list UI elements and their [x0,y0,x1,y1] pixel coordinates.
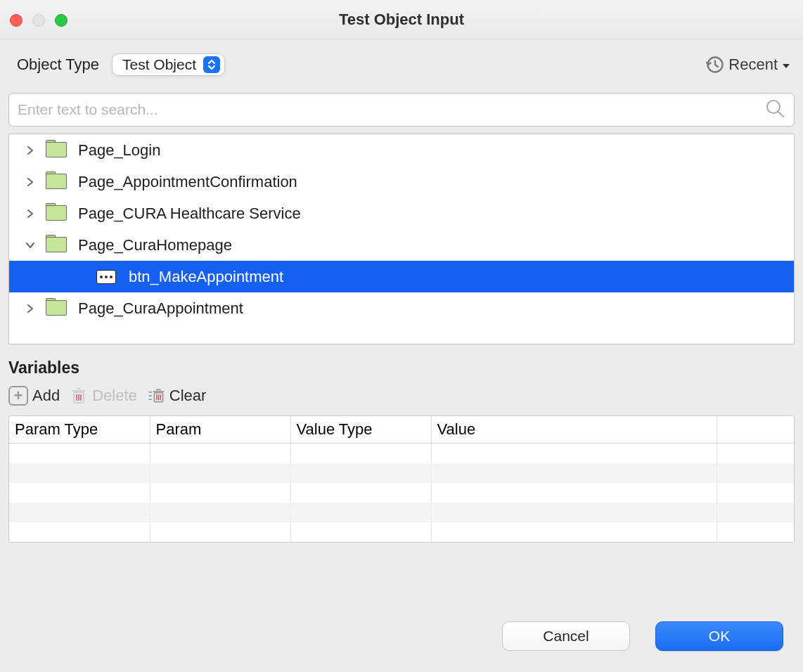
delete-button[interactable]: Delete [70,387,137,405]
titlebar: Test Object Input [0,0,803,39]
column-header[interactable]: Value [431,416,717,444]
ok-button[interactable]: OK [655,621,783,651]
object-type-select[interactable]: Test Object [112,53,225,76]
close-window-button[interactable] [10,14,23,27]
caret-down-icon [782,56,790,74]
object-type-label: Object Type [17,56,99,74]
clear-button[interactable]: Clear [147,387,207,405]
chevron-right-icon[interactable] [23,177,37,187]
chevron-right-icon[interactable] [23,209,37,219]
maximize-window-button[interactable] [55,14,68,27]
tree-item-label: Page_Login [78,141,160,160]
search-input[interactable] [18,101,764,118]
variables-heading: Variables [8,358,795,377]
trash-icon [70,387,88,405]
column-header[interactable]: Param [150,416,290,444]
folder-icon [46,142,71,159]
recent-dropdown[interactable]: Recent [705,55,790,75]
toolbar: Object Type Test Object Recent [0,39,803,93]
variables-table: Param TypeParamValue TypeValue [8,415,795,543]
folder-icon [46,205,71,222]
object-type-value: Test Object [122,56,196,73]
traffic-lights [10,14,68,27]
chevron-right-icon[interactable] [23,304,37,314]
column-header[interactable]: Param Type [9,416,150,444]
minimize-window-button[interactable] [32,14,45,27]
tree-folder-item[interactable]: Page_Login [9,134,794,166]
window-title: Test Object Input [0,11,803,29]
folder-icon [46,237,71,254]
delete-label: Delete [92,387,137,405]
recent-label: Recent [728,56,778,74]
add-button[interactable]: + Add [8,386,60,406]
search-icon [764,98,785,122]
folder-icon [46,300,71,317]
cancel-button[interactable]: Cancel [502,621,630,651]
add-icon: + [8,386,28,406]
history-icon [705,55,724,75]
tree-folder-item[interactable]: Page_CuraAppointment [9,292,794,324]
tree-item-label: Page_AppointmentConfirmation [78,173,297,191]
tree-item-label: btn_MakeAppointment [129,268,283,286]
clear-label: Clear [169,387,207,405]
dialog-footer: Cancel OK [502,621,783,651]
chevron-updown-icon [203,56,220,73]
chevron-right-icon[interactable] [23,146,37,155]
tree-folder-item[interactable]: Page_CuraHomepage [9,229,794,261]
tree-object-item[interactable]: btn_MakeAppointment [9,261,794,292]
add-label: Add [32,387,60,405]
tree-folder-item[interactable]: Page_AppointmentConfirmation [9,166,794,198]
tree-item-label: Page_CuraHomepage [78,236,232,254]
search-box [8,93,795,127]
object-tree: Page_LoginPage_AppointmentConfirmationPa… [8,134,795,344]
object-icon [96,270,122,284]
chevron-down-icon[interactable] [23,240,37,250]
variables-toolbar: + Add Delete [8,386,795,406]
column-header[interactable]: Value Type [290,416,431,444]
folder-icon [46,174,71,190]
column-header[interactable] [717,416,794,444]
svg-line-2 [778,112,783,117]
tree-item-label: Page_CURA Healthcare Service [78,205,301,223]
tree-folder-item[interactable]: Page_CURA Healthcare Service [9,198,794,229]
tree-item-label: Page_CuraAppointment [78,299,243,318]
clear-icon [147,387,165,405]
